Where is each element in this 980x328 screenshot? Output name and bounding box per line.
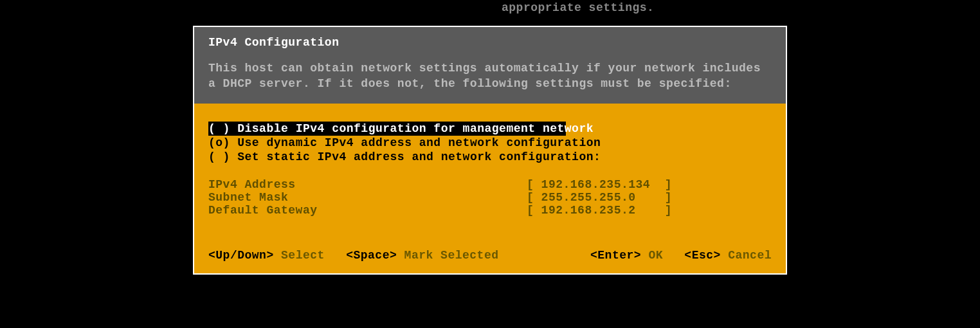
option-static-ipv4[interactable]: ( ) Set static IPv4 address and network … bbox=[208, 150, 772, 164]
field-value: [ 255.255.255.0 ] bbox=[527, 191, 672, 204]
field-ipv4-address[interactable]: IPv4 Address [ 192.168.235.134 ] bbox=[208, 178, 772, 191]
background-hint-text: appropriate settings. bbox=[502, 1, 654, 14]
option-dynamic-ipv4[interactable]: (o) Use dynamic IPv4 address and network… bbox=[208, 136, 772, 150]
dialog-body: ( ) Disable IPv4 configuration for manag… bbox=[194, 104, 786, 273]
option-list: ( ) Disable IPv4 configuration for manag… bbox=[208, 122, 772, 164]
field-default-gateway[interactable]: Default Gateway [ 192.168.235.2 ] bbox=[208, 204, 772, 217]
hint-enter[interactable]: <Enter> OK bbox=[590, 249, 663, 262]
field-label: Subnet Mask bbox=[208, 191, 527, 204]
hint-updown: <Up/Down> Select bbox=[208, 249, 325, 262]
hint-space: <Space> Mark Selected bbox=[346, 249, 498, 262]
field-list: IPv4 Address [ 192.168.235.134 ] Subnet … bbox=[208, 178, 772, 217]
dialog-header: IPv4 Configuration This host can obtain … bbox=[194, 27, 786, 104]
field-value: [ 192.168.235.134 ] bbox=[527, 178, 672, 191]
hint-esc[interactable]: <Esc> Cancel bbox=[684, 249, 772, 262]
field-label: IPv4 Address bbox=[208, 178, 527, 191]
dialog-description: This host can obtain network settings au… bbox=[208, 60, 772, 92]
dialog-title: IPv4 Configuration bbox=[208, 36, 772, 49]
ipv4-configuration-dialog: IPv4 Configuration This host can obtain … bbox=[193, 26, 787, 275]
dialog-footer: <Up/Down> Select <Space> Mark Selected <… bbox=[208, 249, 772, 262]
option-disable-ipv4[interactable]: ( ) Disable IPv4 configuration for manag… bbox=[208, 122, 772, 136]
field-subnet-mask[interactable]: Subnet Mask [ 255.255.255.0 ] bbox=[208, 191, 772, 204]
field-value: [ 192.168.235.2 ] bbox=[527, 204, 672, 217]
field-label: Default Gateway bbox=[208, 204, 527, 217]
